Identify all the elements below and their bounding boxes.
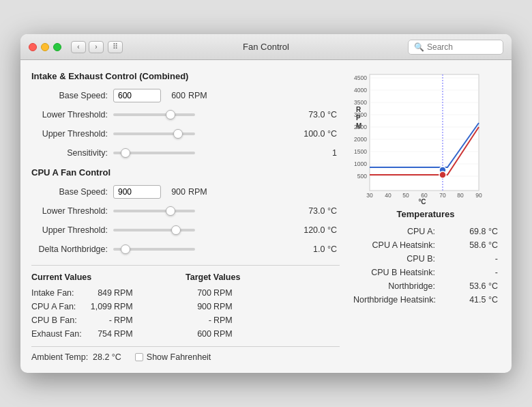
cpu-a-lower-threshold-slider[interactable] [113, 210, 195, 212]
minimize-button[interactable] [41, 43, 49, 51]
cpu-a-base-speed-input[interactable] [113, 185, 161, 199]
y-tick-1000: 1000 [354, 160, 367, 167]
temp-row-cpu-b-heatsink: CPU B Heatsink: - [351, 266, 501, 279]
intake-base-speed-label: Base Speed: [31, 91, 113, 100]
current-intake-label: Intake Fan: [31, 288, 86, 298]
ambient-row: Ambient Temp: 28.2 °C Show Fahrenheit [31, 346, 340, 362]
intake-upper-threshold-value: 100.0 °C [304, 129, 337, 139]
search-icon: 🔍 [414, 42, 424, 52]
target-values-header: Target Values [186, 272, 340, 282]
target-cpu-b-row: - RPM [186, 313, 340, 327]
grid-button[interactable]: ⠿ [108, 41, 123, 53]
cpu-a-lower-threshold-slider-container [113, 210, 308, 212]
cpu-a-delta-northbridge-row: Delta Northbridge: 1.0 °C [31, 242, 340, 257]
intake-lower-threshold-slider[interactable] [113, 113, 195, 116]
intake-base-speed-display: 600 [165, 91, 186, 100]
temp-row-northbridge-heatsink: Northbridge Heatsink: 41.5 °C [351, 293, 501, 307]
target-intake-row: 700 RPM [186, 286, 340, 300]
current-exhaust-unit: RPM [114, 329, 133, 339]
current-values-header: Current Values [31, 272, 186, 282]
temp-cpu-b-heatsink-label: CPU B Heatsink: [353, 268, 435, 277]
search-box[interactable]: 🔍 [408, 40, 503, 55]
target-cpu-b-value: - [186, 315, 211, 325]
cpu-a-delta-northbridge-slider[interactable] [113, 248, 195, 251]
intake-upper-threshold-slider[interactable] [113, 132, 195, 135]
cpu-a-upper-threshold-slider[interactable] [113, 229, 195, 231]
current-cpu-a-label: CPU A Fan: [31, 302, 86, 311]
chart-background [370, 74, 479, 191]
current-intake-unit: RPM [114, 288, 133, 298]
cpu-a-base-speed-row: Base Speed: 900 RPM [31, 184, 340, 199]
rpm-chart: R P M 4500 4000 3500 3000 [351, 71, 487, 204]
target-values-col: Target Values 700 RPM 900 RPM - RPM 600 [186, 272, 340, 341]
target-exhaust-value: 600 [186, 329, 211, 339]
forward-icon: › [95, 43, 97, 51]
temp-row-cpu-a: CPU A: 69.8 °C [351, 225, 501, 238]
target-intake-unit: RPM [213, 288, 233, 298]
y-tick-500: 500 [357, 173, 367, 180]
intake-sensitivity-value: 1 [316, 148, 337, 158]
fahrenheit-checkbox-row[interactable]: Show Fahrenheit [135, 352, 211, 362]
grid-icon: ⠿ [113, 42, 118, 51]
target-cpu-b-unit: RPM [213, 315, 233, 325]
intake-lower-threshold-slider-container [113, 113, 308, 116]
cpu-a-base-speed-label: Base Speed: [31, 187, 113, 197]
temp-row-cpu-a-heatsink: CPU A Heatsink: 58.6 °C [351, 238, 501, 252]
forward-button[interactable]: › [89, 41, 104, 53]
left-panel: Intake & Exhaust Control (Combined) Base… [31, 71, 340, 362]
temp-cpu-a-heatsink-label: CPU A Heatsink: [353, 240, 435, 250]
current-exhaust-value: 754 [86, 329, 112, 339]
intake-sensitivity-slider[interactable] [113, 152, 195, 154]
y-tick-3500: 3500 [354, 99, 367, 106]
cpu-a-base-speed-display: 900 [165, 187, 186, 197]
temp-northbridge-label: Northbridge: [353, 281, 435, 291]
current-cpu-b-label: CPU B Fan: [31, 315, 86, 325]
cpu-a-delta-northbridge-label: Delta Northbridge: [31, 244, 113, 254]
intake-exhaust-title: Intake & Exhaust Control (Combined) [31, 71, 340, 81]
target-intake-value: 700 [186, 288, 211, 298]
fahrenheit-label: Show Fahrenheit [147, 352, 211, 362]
x-axis-label: °C [418, 198, 426, 204]
y-tick-4000: 4000 [354, 87, 367, 94]
temp-cpu-a-value: 69.8 °C [457, 227, 498, 236]
y-tick-3000: 3000 [354, 111, 367, 118]
cpu-a-delta-northbridge-slider-container [113, 248, 313, 251]
intake-sensitivity-row: Sensitivity: 1 [31, 145, 340, 160]
intake-lower-threshold-label: Lower Threshold: [31, 110, 113, 120]
x-tick-90: 90 [475, 192, 482, 199]
intake-upper-threshold-slider-container [113, 132, 304, 135]
temp-cpu-b-value: - [457, 254, 498, 264]
current-exhaust-row: Exhaust Fan: 754 RPM [31, 327, 186, 341]
cpu-a-upper-threshold-slider-container [113, 229, 304, 231]
x-tick-30: 30 [366, 192, 373, 199]
target-cpu-a-row: 900 RPM [186, 300, 340, 313]
values-section: Current Values Intake Fan: 849 RPM CPU A… [31, 265, 340, 341]
intake-lower-threshold-row: Lower Threshold: 73.0 °C [31, 107, 340, 122]
window-title: Fan Control [243, 42, 289, 52]
temp-northbridge-heatsink-label: Northbridge Heatsink: [353, 295, 436, 305]
current-cpu-b-unit: RPM [114, 315, 133, 325]
current-values-col: Current Values Intake Fan: 849 RPM CPU A… [31, 272, 186, 341]
nav-buttons: ‹ › [71, 41, 104, 53]
y-tick-2000: 2000 [354, 136, 367, 143]
back-icon: ‹ [77, 43, 79, 51]
y-tick-1500: 1500 [354, 148, 367, 155]
intake-base-speed-unit: RPM [188, 91, 207, 100]
back-button[interactable]: ‹ [71, 41, 86, 53]
x-tick-70: 70 [439, 192, 446, 199]
traffic-lights [29, 43, 61, 51]
search-input[interactable] [427, 42, 497, 52]
temperatures-section: Temperatures CPU A: 69.8 °C CPU A Heatsi… [351, 209, 501, 307]
ambient-value: 28.2 °C [93, 352, 121, 362]
x-tick-40: 40 [385, 192, 391, 199]
intake-base-speed-input[interactable] [113, 89, 161, 102]
fahrenheit-checkbox[interactable] [135, 353, 143, 361]
current-exhaust-label: Exhaust Fan: [31, 329, 86, 339]
intake-lower-threshold-value: 73.0 °C [308, 110, 337, 120]
x-tick-80: 80 [457, 192, 464, 199]
chart-container: R P M 4500 4000 3500 3000 [351, 71, 487, 201]
current-intake-row: Intake Fan: 849 RPM [31, 286, 186, 300]
intake-upper-threshold-label: Upper Threshold: [31, 129, 113, 139]
maximize-button[interactable] [53, 43, 61, 51]
close-button[interactable] [29, 43, 37, 51]
